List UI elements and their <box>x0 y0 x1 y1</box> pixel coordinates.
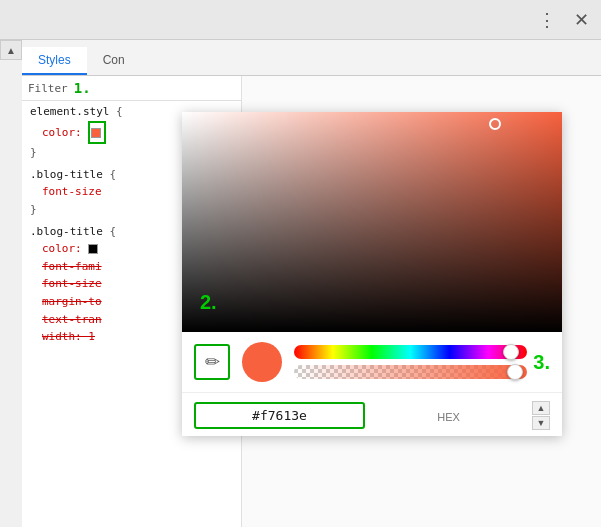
rule3-brace: { <box>109 225 116 238</box>
gradient-canvas[interactable]: 2. <box>182 112 562 332</box>
rule1-brace-open: { <box>116 105 123 118</box>
alpha-thumb <box>507 364 523 380</box>
color-picker-overlay: 2. ✏ 3. <box>182 112 562 436</box>
rule1-value <box>88 126 106 139</box>
devtools-panel: Styles Con Filter 1. element.styl { colo… <box>22 40 601 527</box>
eyedropper-button[interactable]: ✏ <box>194 344 230 380</box>
hue-thumb <box>503 344 519 360</box>
color-swatch-black <box>88 244 98 254</box>
filter-bar: Filter 1. <box>22 76 241 101</box>
scroll-up-button[interactable]: ▲ <box>0 40 22 60</box>
more-icon[interactable]: ⋮ <box>534 7 560 33</box>
filter-annotation: 1. <box>74 80 91 96</box>
eyedropper-icon: ✏ <box>205 351 220 373</box>
annotation-3: 3. <box>533 351 550 374</box>
rule2-brace: { <box>109 168 116 181</box>
hex-label: HEX <box>373 409 524 423</box>
hex-arrows: ▲ ▼ <box>532 401 550 430</box>
rule1-selector: element.styl <box>30 105 109 118</box>
gradient-bg <box>182 112 562 332</box>
rule2-brace-close: } <box>30 203 37 216</box>
rule2-selector: .blog-title <box>30 168 103 181</box>
top-bar: ⋮ ✕ <box>0 0 601 40</box>
gradient-cursor <box>489 118 501 130</box>
rule3-prop5: text-tran <box>30 313 102 326</box>
rule1-property: color: <box>30 126 82 139</box>
color-swatch-box[interactable] <box>88 121 106 145</box>
rule2-property: font-size <box>30 185 102 198</box>
rule1-brace-close: } <box>30 146 37 159</box>
hex-input-wrapper <box>194 402 365 429</box>
rule3-prop2: font-fami <box>30 260 102 273</box>
tabs-row: Styles Con <box>22 40 601 76</box>
filter-label: Filter <box>28 82 68 95</box>
controls-row: ✏ 3. <box>182 332 562 392</box>
color-swatch[interactable] <box>91 128 101 138</box>
hex-arrow-up[interactable]: ▲ <box>532 401 550 415</box>
rule3-prop6: width: 1 <box>30 330 95 343</box>
hue-slider[interactable] <box>294 345 527 359</box>
hue-slider-container <box>294 345 527 379</box>
alpha-slider[interactable] <box>294 365 527 379</box>
rule3-prop3: font-size <box>30 277 102 290</box>
tab-computed[interactable]: Con <box>87 47 141 75</box>
tab-styles[interactable]: Styles <box>22 47 87 75</box>
hex-arrow-down[interactable]: ▼ <box>532 416 550 430</box>
annotation-2: 2. <box>200 291 217 314</box>
top-bar-icons: ⋮ ✕ <box>534 7 593 33</box>
hex-input[interactable] <box>204 408 355 423</box>
hex-row: HEX ▲ ▼ <box>182 392 562 436</box>
rule3-selector: .blog-title <box>30 225 103 238</box>
rule3-prop4: margin-to <box>30 295 102 308</box>
color-preview-circle <box>242 342 282 382</box>
main-area: Filter 1. element.styl { color: } .b <box>22 76 601 527</box>
rule3-prop1: color: <box>30 242 82 255</box>
close-icon[interactable]: ✕ <box>570 7 593 33</box>
